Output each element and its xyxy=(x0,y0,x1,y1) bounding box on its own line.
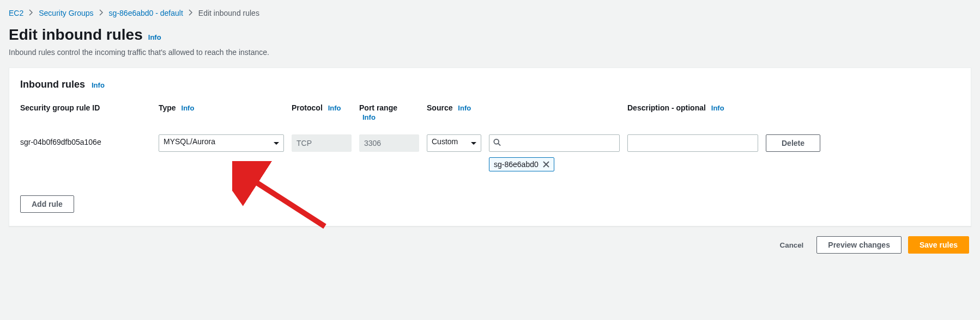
description-input[interactable] xyxy=(627,134,758,152)
breadcrumb: EC2 Security Groups sg-86e6abd0 - defaul… xyxy=(9,9,971,17)
page-title: Edit inbound rules xyxy=(9,26,143,44)
preview-changes-button[interactable]: Preview changes xyxy=(816,236,902,254)
info-link-page[interactable]: Info xyxy=(148,33,161,41)
rule-row: sgr-04b0f69dfb05a106e MYSQL/Aurora Custo… xyxy=(20,134,960,171)
chevron-right-icon xyxy=(189,9,193,17)
chevron-right-icon xyxy=(99,9,104,17)
close-icon[interactable] xyxy=(543,161,549,168)
col-protocol: Protocol Info xyxy=(292,103,352,112)
inbound-rules-panel: Inbound rules Info Security group rule I… xyxy=(9,67,971,226)
info-link-source[interactable]: Info xyxy=(458,104,471,112)
info-link-port[interactable]: Info xyxy=(362,113,419,121)
panel-title: Inbound rules xyxy=(20,79,85,90)
info-link-panel[interactable]: Info xyxy=(92,81,105,89)
port-range-input xyxy=(359,134,419,152)
rule-id-value: sgr-04b0f69dfb05a106e xyxy=(20,134,151,146)
source-search-input[interactable] xyxy=(489,134,620,152)
protocol-input xyxy=(292,134,352,152)
search-icon xyxy=(493,139,501,148)
breadcrumb-ec2[interactable]: EC2 xyxy=(9,9,23,17)
svg-line-1 xyxy=(498,144,500,146)
source-token: sg-86e6abd0 xyxy=(489,157,554,171)
delete-button[interactable]: Delete xyxy=(766,134,820,152)
cancel-button[interactable]: Cancel xyxy=(773,239,810,251)
info-link-type[interactable]: Info xyxy=(182,104,195,112)
col-type: Type Info xyxy=(159,103,284,112)
breadcrumb-security-groups[interactable]: Security Groups xyxy=(39,9,93,17)
col-rule-id: Security group rule ID xyxy=(20,103,151,112)
type-select[interactable]: MYSQL/Aurora xyxy=(159,134,284,152)
source-mode-select[interactable]: Custom xyxy=(427,134,481,152)
breadcrumb-current: Edit inbound rules xyxy=(198,9,259,17)
source-token-label: sg-86e6abd0 xyxy=(494,160,539,169)
breadcrumb-sg-detail[interactable]: sg-86e6abd0 - default xyxy=(109,9,183,17)
info-link-description[interactable]: Info xyxy=(711,104,724,112)
info-link-protocol[interactable]: Info xyxy=(328,104,341,112)
svg-point-0 xyxy=(494,139,499,144)
col-port-range: Port range Info xyxy=(359,103,419,121)
chevron-right-icon xyxy=(29,9,33,17)
add-rule-button[interactable]: Add rule xyxy=(20,195,74,213)
col-source: Source Info xyxy=(427,103,481,112)
save-rules-button[interactable]: Save rules xyxy=(908,236,969,254)
col-description: Description - optional Info xyxy=(627,103,758,112)
page-subtitle: Inbound rules control the incoming traff… xyxy=(9,48,971,57)
